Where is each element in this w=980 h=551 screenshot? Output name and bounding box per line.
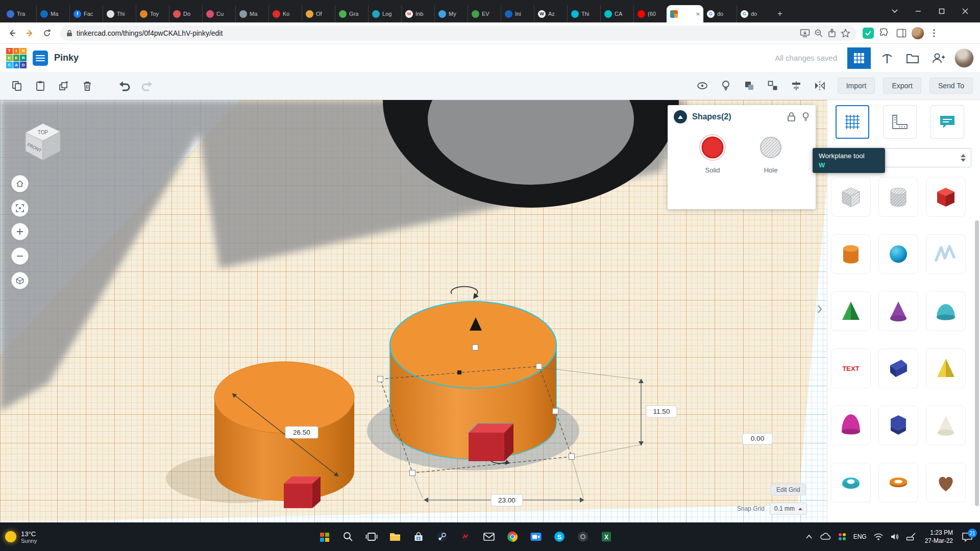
color-grid-app-icon[interactable] [838,532,847,541]
shape-tile-polygon-indigo[interactable] [879,406,918,445]
store-icon[interactable] [411,530,426,544]
dimension-height-label[interactable]: 11.50 [646,406,677,417]
pen-tablet-icon[interactable] [906,533,916,541]
category-stepper-icon[interactable] [961,154,966,162]
shape-tile-heart-brown[interactable] [926,463,965,502]
wifi-icon[interactable] [873,533,884,541]
bulb-icon[interactable] [716,76,736,95]
dimension-elevation-label[interactable]: 0.00 [743,433,772,444]
align-icon[interactable] [787,76,806,95]
shape-tile-pyramid-green[interactable] [831,292,870,331]
sidebar-collapse-chevron[interactable] [815,302,825,316]
browser-tab[interactable]: WAz [534,5,567,22]
back-icon[interactable] [5,26,19,40]
red-box-left[interactable] [284,477,321,508]
browser-tab[interactable]: My [434,5,468,22]
workplane-tool-button[interactable] [836,105,869,139]
browser-tab[interactable]: Thi [103,5,136,22]
browser-tab[interactable]: Gdo [737,5,770,22]
ungroup-icon[interactable] [763,76,782,95]
browser-tab[interactable]: Ma [235,5,268,22]
shape-tile-text[interactable]: TEXT [831,349,870,388]
browser-tab[interactable]: Tra [3,5,36,22]
scrollbar-thumb[interactable] [975,220,979,506]
tinker-tools-icon[interactable] [878,49,896,67]
shape-tile-wedge-blue[interactable] [879,349,918,388]
install-app-icon[interactable] [800,29,810,38]
shape-tile-paraboloid-pink[interactable] [831,406,870,445]
chrome-icon[interactable] [505,530,520,544]
browser-tab[interactable]: Ma [36,5,69,22]
browser-tab[interactable]: Log [368,5,401,22]
shape-tile-cone-purple[interactable] [879,292,918,331]
browser-tab[interactable]: CA [600,5,633,22]
shape-tile-washer-orange[interactable] [879,463,918,502]
shape-tile-scribble[interactable] [926,235,965,273]
reload-icon[interactable] [40,26,54,40]
home-view-button[interactable] [11,175,29,192]
omnibox[interactable]: tinkercad.com/things/0f4pwCKALhV-pinky/e… [60,26,856,41]
group-icon[interactable] [740,76,759,95]
redo-icon[interactable] [138,76,157,95]
close-button[interactable] [953,0,977,22]
weather-widget[interactable]: 13°C Sunny [5,530,105,544]
utility-app-icon[interactable] [576,530,590,544]
browser-tab[interactable]: Ko [268,5,302,22]
shape-tile-dome-teal[interactable] [926,292,965,331]
extensions-puzzle-icon[interactable] [877,26,891,40]
video-meeting-icon[interactable] [529,530,543,544]
browser-tab[interactable]: Gdo [703,5,737,22]
blocks-view-button[interactable] [847,47,871,69]
taskbar-search-icon[interactable] [341,530,355,544]
mail-icon[interactable] [482,530,496,544]
shape-tile-pyramid-yellow[interactable] [926,349,965,388]
shape-tile-box-red[interactable] [926,178,965,216]
fit-view-button[interactable] [11,199,29,217]
hole-option[interactable]: Hole [756,133,786,174]
side-panel-icon[interactable] [894,26,909,40]
browser-tab[interactable]: Cu [202,5,235,22]
bookmark-star-icon[interactable] [841,29,850,38]
browser-tab[interactable]: Toy [136,5,169,22]
shape-tile-sphere-blue[interactable] [879,235,918,273]
browser-profile-avatar[interactable] [912,27,924,39]
forward-icon[interactable] [22,26,37,40]
maximize-button[interactable] [930,0,953,22]
shape-tile-cylinder-orange[interactable] [831,235,870,273]
skype-icon[interactable]: S [552,530,567,544]
export-button[interactable]: Export [883,78,921,94]
panel-collapse-icon[interactable] [674,110,687,123]
properties-list-icon[interactable] [33,51,48,66]
grammar-extension-icon[interactable] [863,28,874,39]
edge-handle[interactable] [457,370,461,374]
taskbar-clock[interactable]: 1:23 PM 27-Mar-22 [925,529,953,545]
browser-tab[interactable]: Gra [335,5,368,22]
minimize-button[interactable] [906,0,930,22]
browser-tab[interactable]: fFac [69,5,103,22]
tab-close-icon[interactable]: × [696,11,700,17]
tinkercad-logo[interactable]: TINKERCAD [6,48,27,68]
language-indicator[interactable]: ENG [853,533,867,540]
action-center-icon[interactable]: 21 [960,530,975,544]
sidebar-scrollbar[interactable] [975,100,979,522]
steam-icon[interactable] [435,530,449,544]
copy-icon[interactable] [7,76,27,95]
paste-icon[interactable] [31,76,50,95]
gallery-folder-icon[interactable] [903,49,922,67]
file-explorer-icon[interactable] [388,530,402,544]
snap-grid-select[interactable]: 0.1 mm [770,503,807,515]
onedrive-icon[interactable] [820,533,831,541]
duplicate-icon[interactable] [54,76,74,95]
excel-icon[interactable]: X [599,530,614,544]
account-avatar[interactable] [954,48,974,68]
shape-tile-cylinder-hatched[interactable] [879,178,918,216]
share-icon[interactable] [827,29,837,38]
browser-tab[interactable]: Thi [567,5,600,22]
browser-tab[interactable]: Do [169,5,202,22]
shape-tile-box-hatched[interactable] [831,178,870,216]
browser-tab[interactable]: MInb [401,5,434,22]
new-tab-button[interactable]: + [773,7,787,21]
volume-icon[interactable] [890,533,899,541]
red-box-selected[interactable] [469,423,513,461]
browser-tab[interactable]: Ini [501,5,534,22]
